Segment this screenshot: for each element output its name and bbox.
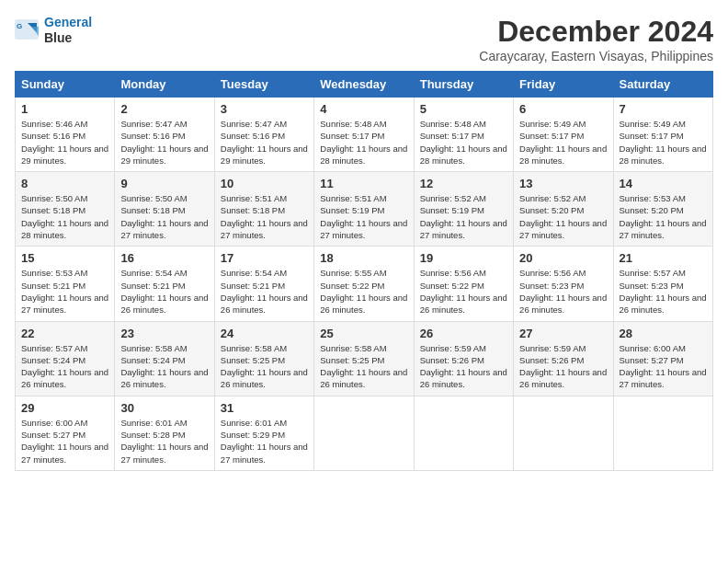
day-number: 19 — [420, 251, 507, 265]
location: Caraycaray, Eastern Visayas, Philippines — [479, 49, 713, 63]
cell-info: Sunrise: 5:48 AMSunset: 5:17 PMDaylight:… — [420, 119, 507, 166]
calendar-cell: 21Sunrise: 5:57 AMSunset: 5:23 PMDayligh… — [613, 247, 712, 321]
cell-info: Sunrise: 6:00 AMSunset: 5:27 PMDaylight:… — [620, 343, 707, 390]
calendar-cell: 17Sunrise: 5:54 AMSunset: 5:21 PMDayligh… — [214, 247, 313, 321]
day-number: 18 — [320, 251, 407, 265]
cell-info: Sunrise: 5:51 AMSunset: 5:18 PMDaylight:… — [221, 193, 308, 240]
calendar-cell: 6Sunrise: 5:49 AMSunset: 5:17 PMDaylight… — [514, 98, 613, 172]
cell-info: Sunrise: 5:55 AMSunset: 5:22 PMDaylight:… — [320, 268, 407, 315]
day-number: 31 — [221, 401, 308, 415]
calendar-cell: 24Sunrise: 5:58 AMSunset: 5:25 PMDayligh… — [214, 321, 313, 396]
calendar-cell: 15Sunrise: 5:53 AMSunset: 5:21 PMDayligh… — [16, 247, 115, 321]
calendar-cell: 14Sunrise: 5:53 AMSunset: 5:20 PMDayligh… — [613, 172, 712, 247]
page-header: G General Blue December 2024 Caraycaray,… — [15, 15, 713, 63]
calendar-week-1: 1Sunrise: 5:46 AMSunset: 5:16 PMDaylight… — [16, 98, 713, 172]
cell-info: Sunrise: 5:56 AMSunset: 5:22 PMDaylight:… — [420, 268, 507, 315]
calendar-cell: 25Sunrise: 5:58 AMSunset: 5:25 PMDayligh… — [314, 321, 414, 396]
header-sunday: Sunday — [16, 72, 115, 98]
calendar-cell: 1Sunrise: 5:46 AMSunset: 5:16 PMDaylight… — [16, 98, 115, 172]
cell-info: Sunrise: 5:57 AMSunset: 5:24 PMDaylight:… — [21, 343, 108, 390]
calendar-header-row: SundayMondayTuesdayWednesdayThursdayFrid… — [16, 72, 713, 98]
day-number: 3 — [221, 102, 308, 116]
calendar-cell: 18Sunrise: 5:55 AMSunset: 5:22 PMDayligh… — [314, 247, 414, 321]
calendar-cell: 5Sunrise: 5:48 AMSunset: 5:17 PMDaylight… — [414, 98, 513, 172]
cell-info: Sunrise: 5:49 AMSunset: 5:17 PMDaylight:… — [620, 119, 707, 166]
calendar-cell: 30Sunrise: 6:01 AMSunset: 5:28 PMDayligh… — [115, 396, 214, 470]
calendar-cell — [613, 396, 712, 470]
cell-info: Sunrise: 6:01 AMSunset: 5:29 PMDaylight:… — [221, 418, 308, 465]
svg-text:G: G — [17, 22, 22, 30]
calendar-cell: 2Sunrise: 5:47 AMSunset: 5:16 PMDaylight… — [115, 98, 214, 172]
calendar-week-5: 29Sunrise: 6:00 AMSunset: 5:27 PMDayligh… — [16, 396, 713, 470]
calendar-cell: 23Sunrise: 5:58 AMSunset: 5:24 PMDayligh… — [115, 321, 214, 396]
day-number: 12 — [420, 177, 507, 190]
day-number: 21 — [620, 251, 707, 265]
day-number: 23 — [120, 327, 208, 340]
calendar-cell — [314, 396, 414, 470]
day-number: 26 — [420, 327, 507, 340]
logo-text: General Blue — [44, 15, 92, 46]
logo-icon: G — [15, 19, 40, 41]
day-number: 5 — [420, 102, 507, 116]
day-number: 27 — [519, 327, 607, 340]
cell-info: Sunrise: 5:58 AMSunset: 5:25 PMDaylight:… — [320, 343, 407, 390]
day-number: 28 — [620, 327, 707, 340]
calendar-table: SundayMondayTuesdayWednesdayThursdayFrid… — [15, 71, 713, 471]
cell-info: Sunrise: 5:58 AMSunset: 5:25 PMDaylight:… — [221, 343, 308, 390]
day-number: 9 — [120, 177, 208, 190]
calendar-cell: 7Sunrise: 5:49 AMSunset: 5:17 PMDaylight… — [613, 98, 712, 172]
cell-info: Sunrise: 5:53 AMSunset: 5:20 PMDaylight:… — [620, 193, 707, 240]
calendar-cell: 22Sunrise: 5:57 AMSunset: 5:24 PMDayligh… — [16, 321, 115, 396]
month-title: December 2024 — [479, 15, 713, 49]
day-number: 22 — [21, 327, 108, 340]
calendar-cell: 20Sunrise: 5:56 AMSunset: 5:23 PMDayligh… — [514, 247, 613, 321]
day-number: 14 — [620, 177, 707, 190]
calendar-cell: 3Sunrise: 5:47 AMSunset: 5:16 PMDaylight… — [214, 98, 313, 172]
day-number: 17 — [221, 251, 308, 265]
day-number: 25 — [320, 327, 407, 340]
calendar-cell: 16Sunrise: 5:54 AMSunset: 5:21 PMDayligh… — [115, 247, 214, 321]
calendar-cell: 12Sunrise: 5:52 AMSunset: 5:19 PMDayligh… — [414, 172, 513, 247]
calendar-week-2: 8Sunrise: 5:50 AMSunset: 5:18 PMDaylight… — [16, 172, 713, 247]
day-number: 8 — [21, 177, 108, 190]
cell-info: Sunrise: 5:47 AMSunset: 5:16 PMDaylight:… — [120, 119, 208, 166]
calendar-cell: 29Sunrise: 6:00 AMSunset: 5:27 PMDayligh… — [16, 396, 115, 470]
cell-info: Sunrise: 5:53 AMSunset: 5:21 PMDaylight:… — [21, 268, 108, 315]
header-saturday: Saturday — [613, 72, 712, 98]
cell-info: Sunrise: 5:57 AMSunset: 5:23 PMDaylight:… — [620, 268, 707, 315]
day-number: 11 — [320, 177, 407, 190]
header-monday: Monday — [115, 72, 214, 98]
calendar-cell: 8Sunrise: 5:50 AMSunset: 5:18 PMDaylight… — [16, 172, 115, 247]
logo-line1: General — [44, 15, 92, 29]
day-number: 29 — [21, 401, 108, 415]
calendar-cell — [514, 396, 613, 470]
cell-info: Sunrise: 5:48 AMSunset: 5:17 PMDaylight:… — [320, 119, 407, 166]
logo-line2: Blue — [44, 30, 92, 46]
cell-info: Sunrise: 5:49 AMSunset: 5:17 PMDaylight:… — [519, 119, 607, 166]
header-friday: Friday — [514, 72, 613, 98]
day-number: 16 — [120, 251, 208, 265]
day-number: 20 — [519, 251, 607, 265]
logo: G General Blue — [15, 15, 92, 46]
cell-info: Sunrise: 5:59 AMSunset: 5:26 PMDaylight:… — [420, 343, 507, 390]
day-number: 1 — [21, 102, 108, 116]
day-number: 13 — [519, 177, 607, 190]
title-block: December 2024 Caraycaray, Eastern Visaya… — [479, 15, 713, 63]
day-number: 2 — [120, 102, 208, 116]
calendar-week-3: 15Sunrise: 5:53 AMSunset: 5:21 PMDayligh… — [16, 247, 713, 321]
cell-info: Sunrise: 5:56 AMSunset: 5:23 PMDaylight:… — [519, 268, 607, 315]
calendar-cell: 27Sunrise: 5:59 AMSunset: 5:26 PMDayligh… — [514, 321, 613, 396]
header-tuesday: Tuesday — [214, 72, 313, 98]
calendar-cell: 9Sunrise: 5:50 AMSunset: 5:18 PMDaylight… — [115, 172, 214, 247]
calendar-cell: 26Sunrise: 5:59 AMSunset: 5:26 PMDayligh… — [414, 321, 513, 396]
header-thursday: Thursday — [414, 72, 513, 98]
calendar-cell: 19Sunrise: 5:56 AMSunset: 5:22 PMDayligh… — [414, 247, 513, 321]
cell-info: Sunrise: 5:54 AMSunset: 5:21 PMDaylight:… — [221, 268, 308, 315]
cell-info: Sunrise: 6:01 AMSunset: 5:28 PMDaylight:… — [120, 418, 208, 465]
cell-info: Sunrise: 5:58 AMSunset: 5:24 PMDaylight:… — [120, 343, 208, 390]
calendar-cell: 4Sunrise: 5:48 AMSunset: 5:17 PMDaylight… — [314, 98, 414, 172]
day-number: 24 — [221, 327, 308, 340]
cell-info: Sunrise: 5:50 AMSunset: 5:18 PMDaylight:… — [120, 193, 208, 240]
cell-info: Sunrise: 5:54 AMSunset: 5:21 PMDaylight:… — [120, 268, 208, 315]
cell-info: Sunrise: 6:00 AMSunset: 5:27 PMDaylight:… — [21, 418, 108, 465]
